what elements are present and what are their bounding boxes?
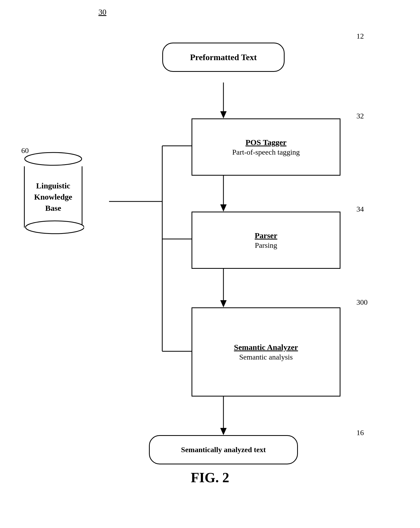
parser-title: Parser (255, 231, 277, 240)
preformatted-text-box: Preformatted Text (162, 43, 285, 72)
ref-label-30: 30 (98, 7, 106, 16)
output-label: Semantically analyzed text (181, 446, 266, 454)
ref-label-32: 32 (356, 112, 364, 120)
linguistic-kb-cylinder: Linguistic Knowledge Base (24, 152, 82, 228)
ref-label-16: 16 (356, 428, 364, 437)
pos-tagger-subtitle: Part-of-speech tagging (232, 148, 300, 156)
output-box: Semantically analyzed text (149, 435, 298, 464)
linguistic-kb-label-line2: Knowledge Base (34, 191, 72, 214)
parser-box: Parser Parsing (192, 212, 340, 269)
svg-point-14 (26, 221, 84, 234)
ref-label-60: 60 (21, 146, 29, 155)
semantic-analyzer-title: Semantic Analyzer (234, 343, 298, 352)
ref-label-34: 34 (356, 205, 364, 213)
pos-tagger-title: POS Tagger (246, 138, 286, 147)
semantic-analyzer-box: Semantic Analyzer Semantic analysis (192, 307, 340, 397)
linguistic-kb-label-line1: Linguistic (34, 180, 72, 191)
parser-subtitle: Parsing (255, 241, 277, 250)
svg-marker-3 (220, 204, 227, 212)
svg-marker-1 (220, 111, 227, 118)
ref-label-300: 300 (356, 298, 368, 307)
preformatted-text-label: Preformatted Text (190, 52, 257, 62)
svg-point-13 (25, 152, 82, 165)
svg-marker-5 (220, 300, 227, 307)
ref-label-12: 12 (356, 32, 364, 40)
pos-tagger-box: POS Tagger Part-of-speech tagging (192, 118, 340, 176)
svg-marker-7 (220, 428, 227, 435)
semantic-analyzer-subtitle: Semantic analysis (239, 353, 293, 361)
figure-label: FIG. 2 (191, 470, 229, 485)
